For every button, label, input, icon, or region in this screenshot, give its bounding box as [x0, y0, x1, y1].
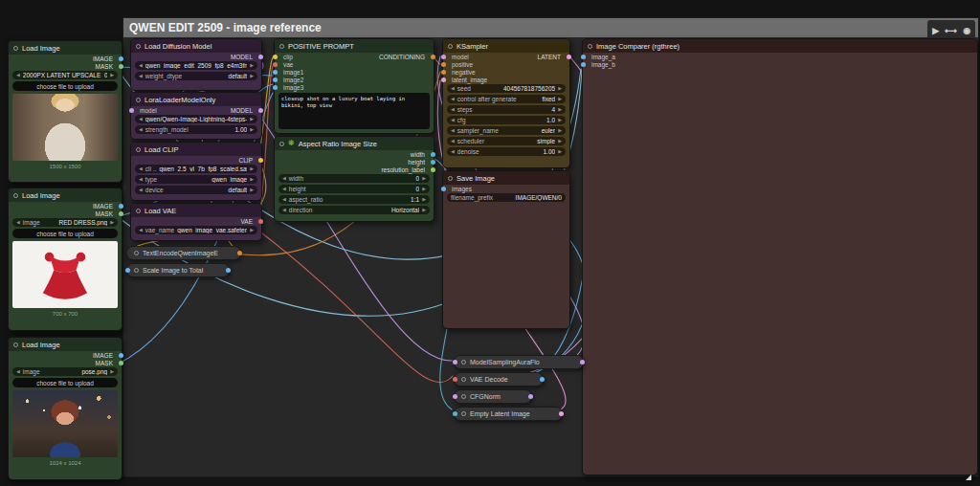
latent-output-dot[interactable] [559, 411, 564, 416]
negative-input-dot[interactable] [441, 70, 446, 75]
combo-right-arrow-icon[interactable]: ▶ [250, 74, 254, 78]
clip-type-widget[interactable]: ◀ type qwen_image ▶ [135, 175, 257, 184]
clip-output-dot[interactable] [258, 158, 263, 163]
filename-prefix-widget[interactable]: filename_prefix IMAGE/QWEN/0 [447, 193, 566, 202]
combo-right-arrow-icon[interactable]: ▶ [250, 63, 254, 68]
conditioning-output-dot[interactable] [431, 55, 435, 59]
node-header[interactable]: Load CLIP [131, 143, 261, 156]
cfg-widget[interactable]: ◀ cfg 1.0 ▶ [447, 116, 566, 124]
collapse-dot-icon[interactable] [448, 176, 453, 181]
combo-right-arrow-icon[interactable]: ▶ [110, 369, 114, 374]
combo-right-arrow-icon[interactable]: ▶ [250, 117, 254, 122]
width-output-dot[interactable] [431, 152, 435, 157]
image-b-input-dot[interactable] [581, 62, 586, 67]
comfyui-canvas[interactable]: QWEN EDIT 2509 - image reference ▶ ⟷ ◉ [0, 0, 980, 486]
node-load-image-3[interactable]: Load Image IMAGE MASK ◀ image pose.png ▶… [8, 337, 122, 480]
denoise-widget[interactable]: ◀ denoise 1.00 ▶ [447, 147, 566, 156]
resolution-label-output-dot[interactable] [431, 167, 435, 172]
node-lora-loader[interactable]: LoraLoaderModelOnly model MODEL ◀ qwen/Q… [130, 92, 262, 140]
height-output-dot[interactable] [431, 160, 435, 165]
node-aspect-ratio-size[interactable]: ❋ Aspect Ratio Image Size width height r… [274, 136, 434, 222]
strength-model-widget[interactable]: ◀ strength_model 1.00 ▶ [135, 125, 257, 134]
combo-right-arrow-icon[interactable]: ▶ [558, 128, 562, 133]
combo-left-arrow-icon[interactable]: ◀ [16, 220, 20, 225]
node-cfg-norm-collapsed[interactable]: CFGNorm [454, 389, 532, 404]
node-header[interactable]: Load Image [9, 188, 122, 202]
combo-left-arrow-icon[interactable]: ◀ [139, 166, 143, 171]
collapse-dot-icon[interactable] [279, 142, 284, 146]
node-load-image-1[interactable]: Load Image IMAGE MASK ◀ 2000PX LATENT UP… [8, 40, 122, 183]
positive-input-dot[interactable] [441, 62, 446, 67]
combo-left-arrow-icon[interactable]: ◀ [451, 128, 455, 133]
node-load-vae[interactable]: Load VAE VAE ◀ vae_name qwen_image_vae.s… [130, 203, 262, 241]
combo-left-arrow-icon[interactable]: ◀ [451, 149, 455, 154]
node-load-clip[interactable]: Load CLIP CLIP ◀ cli .. qwen_2.5_vl_7b_f… [130, 142, 262, 201]
combo-right-arrow-icon[interactable]: ▶ [558, 86, 562, 91]
node-scale-image-collapsed[interactable]: Scale Image to Total [126, 263, 230, 277]
seed-widget[interactable]: ◀ seed 404567818756205 ▶ [447, 84, 566, 93]
vae-name-widget[interactable]: ◀ vae_name qwen_image_vae.safetensors ▶ [135, 226, 257, 234]
node-header[interactable]: LoraLoaderModelOnly [131, 93, 261, 106]
collapse-dot-icon[interactable] [13, 193, 18, 198]
vae-input-dot[interactable] [273, 62, 278, 67]
combo-left-arrow-icon[interactable]: ◀ [282, 197, 286, 202]
combo-left-arrow-icon[interactable]: ◀ [451, 97, 455, 101]
group-title-bar[interactable]: QWEN EDIT 2509 - image reference ▶ ⟷ ◉ [123, 18, 978, 37]
collapse-dot-icon[interactable] [136, 98, 141, 102]
clip-device-widget[interactable]: ◀ device default ▶ [135, 186, 257, 194]
node-text-encode-collapsed[interactable]: TextEncodeQwenImageE [126, 246, 241, 260]
sampler-name-widget[interactable]: ◀ sampler_name euler ▶ [447, 126, 566, 135]
image-combo-widget[interactable]: ◀ 2000PX LATENT UPSCALE_000 ... ▶ [12, 71, 118, 79]
node-header[interactable]: KSampler [443, 39, 569, 53]
mask-output-dot[interactable] [119, 361, 123, 365]
combo-right-arrow-icon[interactable]: ▶ [422, 176, 426, 181]
model-input-dot[interactable] [129, 108, 134, 113]
combo-right-arrow-icon[interactable]: ▶ [110, 73, 114, 77]
node-header[interactable]: Load VAE [131, 204, 261, 217]
model-output-dot[interactable] [258, 108, 263, 113]
collapse-dot-icon[interactable] [279, 44, 284, 49]
combo-right-arrow-icon[interactable]: ▶ [250, 177, 254, 182]
clip-input-dot[interactable] [273, 55, 278, 59]
upload-button[interactable]: choose file to upload [12, 378, 118, 387]
collapse-dot-icon[interactable] [134, 268, 139, 273]
collapse-dot-icon[interactable] [136, 147, 141, 152]
vae-output-dot[interactable] [258, 219, 263, 224]
int-input-dot[interactable] [453, 411, 457, 416]
collapse-dot-icon[interactable] [461, 411, 466, 416]
image-combo-widget[interactable]: ◀ image pose.png ▶ [12, 367, 118, 376]
node-model-sampling-collapsed[interactable]: ModelSamplingAuraFlo [454, 355, 584, 369]
combo-left-arrow-icon[interactable]: ◀ [139, 127, 143, 132]
height-widget[interactable]: ◀ height 0 ▶ [278, 185, 430, 193]
combo-left-arrow-icon[interactable]: ◀ [139, 117, 143, 122]
width-widget[interactable]: ◀ width 0 ▶ [278, 174, 430, 183]
combo-right-arrow-icon[interactable]: ▶ [558, 139, 562, 144]
image-output-dot[interactable] [119, 56, 123, 61]
node-image-comparer[interactable]: Image Comparer (rgthree) image_a image_b [582, 38, 978, 475]
collapse-dot-icon[interactable] [461, 394, 466, 399]
direction-widget[interactable]: ◀ direction Horizontal ▶ [278, 206, 430, 214]
combo-right-arrow-icon[interactable]: ▶ [422, 208, 426, 212]
model-output-dot[interactable] [580, 360, 585, 364]
combo-right-arrow-icon[interactable]: ▶ [558, 149, 562, 154]
image-input-dot[interactable] [125, 268, 130, 273]
collapse-dot-icon[interactable] [136, 44, 141, 49]
conditioning-output-dot[interactable] [237, 251, 242, 255]
node-load-image-2[interactable]: Load Image IMAGE MASK ◀ image RED DRESS.… [8, 188, 122, 331]
node-header[interactable]: Image Comparer (rgthree) [583, 39, 977, 53]
steps-widget[interactable]: ◀ steps 4 ▶ [447, 105, 566, 114]
collapse-dot-icon[interactable] [588, 44, 592, 49]
mask-output-dot[interactable] [119, 211, 123, 216]
image3-input-dot[interactable] [273, 85, 278, 90]
upload-button[interactable]: choose file to upload [12, 229, 118, 238]
combo-left-arrow-icon[interactable]: ◀ [139, 177, 143, 182]
model-output-dot[interactable] [528, 394, 533, 399]
combo-left-arrow-icon[interactable]: ◀ [451, 139, 455, 144]
control-after-generate-widget[interactable]: ◀ control after generate fixed ▶ [447, 95, 566, 103]
node-positive-prompt[interactable]: POSITIVE PROMPT clip CONDITIONING vae im… [274, 38, 434, 134]
combo-right-arrow-icon[interactable]: ▶ [422, 187, 426, 191]
node-header[interactable]: Load Image [9, 338, 122, 351]
node-vae-decode-collapsed[interactable]: VAE Decode [454, 372, 544, 387]
model-input-dot[interactable] [453, 360, 457, 364]
combo-left-arrow-icon[interactable]: ◀ [139, 228, 143, 232]
